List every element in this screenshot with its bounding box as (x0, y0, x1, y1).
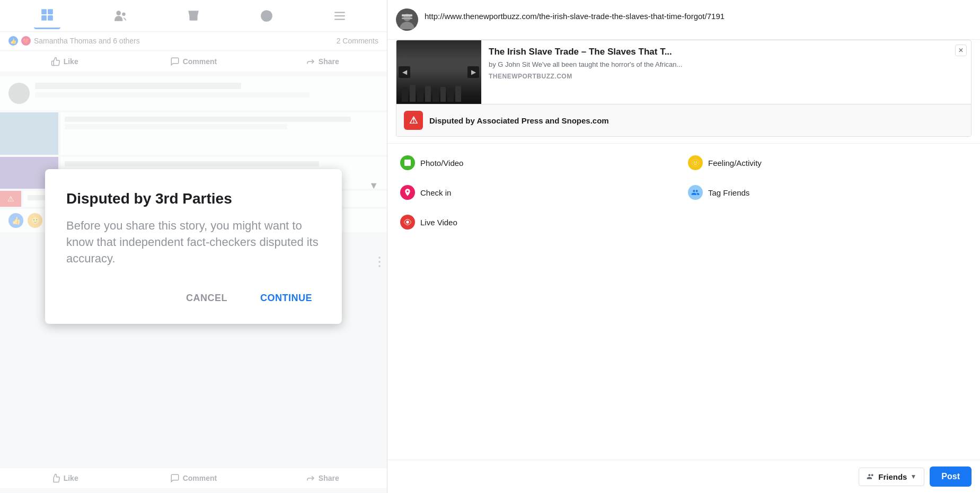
svg-point-15 (406, 161, 407, 162)
modal-overlay: Disputed by 3rd Parties Before you share… (0, 0, 387, 493)
photo-video-icon (400, 155, 415, 170)
url-area: http://www.thenewportbuzz.com/the-irish-… (387, 0, 980, 40)
article-close-button[interactable]: ✕ (955, 45, 967, 56)
feeling-activity-icon (688, 155, 703, 170)
poster-avatar (396, 8, 418, 31)
modal-title: Disputed by 3rd Parties (66, 190, 321, 207)
svg-point-18 (694, 162, 695, 163)
friends-dropdown-button[interactable]: Friends ▼ (859, 468, 924, 486)
url-input[interactable]: http://www.thenewportbuzz.com/the-irish-… (425, 8, 972, 25)
article-title: The Irish Slave Trade – The Slaves That … (489, 47, 964, 57)
post-footer: Friends ▼ Post (387, 460, 980, 493)
svg-rect-12 (402, 14, 412, 16)
live-video-label: Live Video (420, 218, 457, 227)
tag-friends-label: Tag Friends (708, 188, 749, 197)
check-in-option[interactable]: Check in (396, 178, 684, 207)
feeling-activity-label: Feeling/Activity (708, 159, 762, 168)
article-thumbnail: ◀ ▶ (396, 40, 481, 104)
modal-body: Before you share this story, you might w… (66, 218, 321, 267)
check-in-icon (400, 185, 415, 200)
tag-friends-option[interactable]: Tag Friends (684, 178, 972, 207)
friends-label: Friends (878, 472, 907, 481)
continue-button[interactable]: CONTINUE (252, 288, 321, 308)
article-description: by G John Sit We've all been taught the … (489, 60, 964, 68)
disputed-modal: Disputed by 3rd Parties Before you share… (45, 169, 342, 323)
photo-video-option[interactable]: Photo/Video (396, 148, 684, 178)
svg-point-20 (406, 221, 409, 223)
cancel-button[interactable]: CANCEL (178, 288, 236, 308)
svg-point-19 (696, 162, 697, 163)
svg-point-17 (692, 159, 699, 166)
left-panel: 👍 ❤️ Samantha Thomas and 6 others 2 Comm… (0, 0, 387, 493)
post-button[interactable]: Post (930, 466, 972, 487)
photo-video-label: Photo/Video (420, 159, 463, 168)
disputed-banner-text: Disputed by Associated Press and Snopes.… (429, 116, 609, 125)
modal-actions: CANCEL CONTINUE (66, 288, 321, 308)
tag-friends-icon (688, 185, 703, 200)
svg-rect-13 (402, 17, 412, 19)
live-video-icon (400, 215, 415, 230)
article-content: The Irish Slave Trade – The Slaves That … (481, 40, 971, 104)
options-grid: Photo/Video Feeling/Activity Check in Ta… (387, 143, 980, 241)
article-source: THENEWPORTBUZZ.COM (489, 73, 964, 80)
disputed-icon: ⚠ (404, 111, 423, 130)
check-in-label: Check in (420, 188, 451, 197)
right-panel: http://www.thenewportbuzz.com/the-irish-… (387, 0, 980, 493)
live-video-option[interactable]: Live Video (396, 207, 684, 237)
article-preview: ◀ ▶ The Iri (396, 40, 972, 137)
feeling-activity-option[interactable]: Feeling/Activity (684, 148, 972, 178)
chevron-down-icon: ▼ (910, 473, 916, 480)
